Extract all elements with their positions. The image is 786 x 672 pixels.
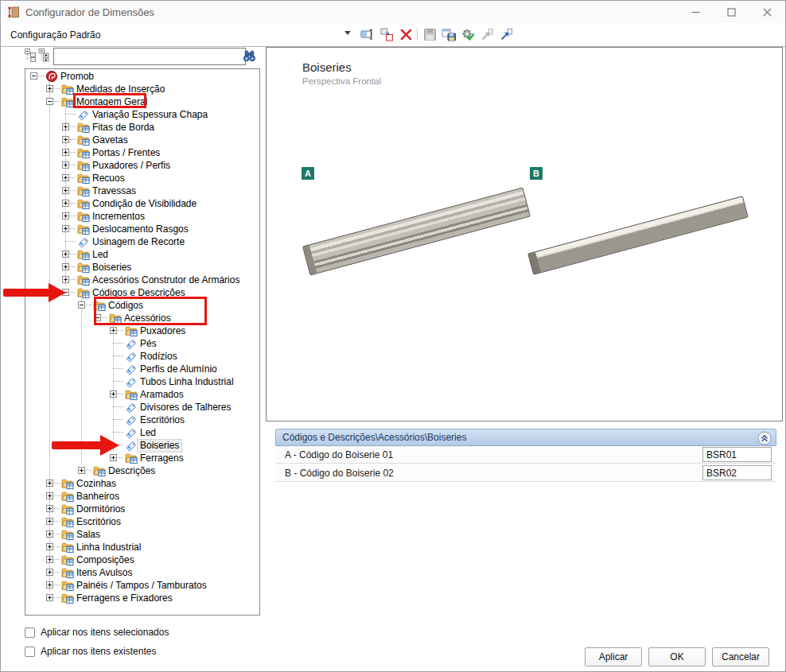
expand-toggle-icon[interactable] — [110, 327, 117, 334]
tree-item-itens-avulsos[interactable]: Itens Avulsos — [25, 566, 259, 579]
rename-config-icon[interactable] — [360, 27, 375, 42]
tree-item-deslocamento-rasgos[interactable]: Deslocamento Rasgos — [25, 223, 259, 235]
expand-toggle-icon[interactable] — [46, 543, 53, 550]
tree-item-aramados[interactable]: Aramados — [25, 388, 259, 401]
tree-item-variacao-espessura-chapa[interactable]: Variação Espessura Chapa — [25, 108, 259, 121]
apply-selected-items-option[interactable]: Aplicar nos itens selecionados — [25, 627, 169, 638]
expand-all-tree-icon[interactable] — [38, 49, 50, 62]
tree-item-tubos-linha-industrial[interactable]: Tubos Linha Industrial — [25, 375, 259, 388]
minimize-button[interactable] — [678, 1, 714, 23]
tree-item-montagem-geral[interactable]: Montagem Geral — [25, 95, 259, 108]
collapse-toggle-icon[interactable] — [30, 72, 37, 80]
export-config-icon[interactable] — [499, 27, 514, 42]
tree-item-ferragens[interactable]: Ferragens — [25, 452, 259, 464]
expand-toggle-icon[interactable] — [62, 149, 69, 156]
maximize-button[interactable] — [714, 1, 749, 23]
expand-toggle-icon[interactable] — [62, 123, 69, 130]
delete-config-icon[interactable] — [399, 27, 414, 42]
tree-item-rodizios[interactable]: Rodízios — [25, 350, 259, 363]
expand-toggle-icon[interactable] — [46, 556, 53, 563]
tree-item-recuos[interactable]: Recuos — [25, 172, 259, 185]
tree-item-portas-frentes[interactable]: Portas / Frentes — [25, 146, 259, 159]
tree-item-usinagem-de-recorte[interactable]: Usinagem de Recorte — [25, 235, 259, 248]
collapse-toggle-icon[interactable] — [46, 98, 53, 105]
close-button[interactable] — [749, 1, 785, 23]
tree-item-medidas-de-insercao[interactable]: Medidas de Inserção — [25, 83, 259, 95]
tree-item-linha-industrial[interactable]: Linha Industrial — [25, 541, 259, 554]
duplicate-config-icon[interactable] — [379, 27, 395, 42]
tree-item-banheiros[interactable]: Banheiros — [25, 490, 259, 503]
expand-toggle-icon[interactable] — [110, 390, 117, 398]
tree-item-pes[interactable]: Pés — [25, 337, 259, 350]
tree-item-codigos-e-descricoes[interactable]: Códigos e Descrições — [25, 286, 259, 299]
tree-item-codigos[interactable]: Códigos — [25, 299, 259, 312]
tree-item-led[interactable]: Led — [25, 426, 259, 439]
import-config-icon[interactable] — [480, 27, 495, 42]
cancelar-button[interactable]: Cancelar — [712, 647, 769, 666]
expand-toggle-icon[interactable] — [62, 200, 69, 207]
expand-toggle-icon[interactable] — [46, 492, 53, 499]
tree-item-acessorios[interactable]: Acessórios — [25, 312, 259, 324]
ok-button[interactable]: OK — [648, 647, 706, 666]
tree-item-gavetas[interactable]: Gavetas — [25, 134, 259, 146]
search-input[interactable] — [53, 48, 246, 65]
tree-item-led[interactable]: Led — [25, 248, 259, 261]
tree-item-acessorios-construtor-de-armarios[interactable]: Acessórios Construtor de Armários — [25, 274, 259, 286]
expand-toggle-icon[interactable] — [46, 530, 53, 538]
tree-item-salas[interactable]: Salas — [25, 528, 259, 541]
save-config-icon[interactable] — [422, 27, 438, 42]
collapse-all-tree-icon[interactable] — [25, 49, 37, 62]
collapse-toggle-icon[interactable] — [94, 314, 101, 321]
tree-item-descricoes[interactable]: Descrições — [25, 464, 259, 477]
apply-selected-items-checkbox[interactable] — [25, 627, 35, 638]
tree-item-fitas-de-borda[interactable]: Fitas de Borda — [25, 121, 259, 134]
apply-config-icon[interactable] — [461, 27, 476, 42]
tree-item-puxadores[interactable]: Puxadores — [25, 324, 259, 337]
expand-toggle-icon[interactable] — [46, 518, 53, 525]
code-value-field[interactable]: BSR02 — [702, 465, 772, 480]
tree-item-condicao-de-visibilidade[interactable]: Condição de Visibilidade — [25, 197, 259, 210]
chevron-down-icon[interactable] — [344, 31, 351, 35]
tree-item-puxadores-perfis[interactable]: Puxadores / Perfis — [25, 159, 259, 172]
expand-toggle-icon[interactable] — [46, 569, 53, 576]
expand-toggle-icon[interactable] — [62, 263, 69, 270]
collapse-toggle-icon[interactable] — [62, 289, 69, 296]
tree-item-perfis-de-aluminio[interactable]: Perfis de Alumínio — [25, 363, 259, 375]
expand-toggle-icon[interactable] — [46, 505, 53, 512]
tree-item-boiseries[interactable]: Boiseries — [25, 439, 259, 452]
tree-item-travessas[interactable]: Travessas — [25, 185, 259, 197]
expand-toggle-icon[interactable] — [62, 161, 69, 169]
save-config-as-icon[interactable] — [442, 27, 457, 42]
expand-toggle-icon[interactable] — [78, 467, 85, 474]
tree-item-escritorios[interactable]: Escritórios — [25, 515, 259, 528]
tree-item-escritorios[interactable]: Escritórios — [25, 414, 259, 426]
expand-toggle-icon[interactable] — [46, 85, 53, 92]
tree-item-cozinhas[interactable]: Cozinhas — [25, 477, 259, 490]
tree-item-composicoes[interactable]: Composições — [25, 554, 259, 566]
aplicar-button[interactable]: Aplicar — [585, 647, 642, 666]
expand-toggle-icon[interactable] — [62, 136, 69, 143]
tree-item-boiseries[interactable]: Boiseries — [25, 261, 259, 274]
expand-toggle-icon[interactable] — [62, 212, 69, 219]
apply-existing-items-checkbox[interactable] — [25, 647, 35, 657]
collapse-toggle-icon[interactable] — [78, 301, 85, 309]
tree-item-paineis-tampos-tamburatos[interactable]: Painéis / Tampos / Tamburatos — [25, 579, 259, 592]
expand-toggle-icon[interactable] — [62, 187, 69, 194]
expand-toggle-icon[interactable] — [62, 174, 69, 181]
expand-toggle-icon[interactable] — [62, 276, 69, 283]
configuration-selector[interactable]: Configuração Padrão — [10, 23, 100, 46]
tree-item-dormitorios[interactable]: Dormitórios — [25, 503, 259, 515]
tree-item-divisores-de-talheres[interactable]: Divisores de Talheres — [25, 401, 259, 414]
search-binoculars-icon[interactable] — [242, 49, 257, 64]
tree-item-incrementos[interactable]: Incrementos — [25, 210, 259, 223]
apply-existing-items-option[interactable]: Aplicar nos itens existentes — [25, 646, 156, 657]
collapse-panel-icon[interactable] — [757, 431, 772, 445]
tree-item-promob[interactable]: Promob — [25, 70, 259, 83]
expand-toggle-icon[interactable] — [110, 454, 117, 461]
codes-panel-header[interactable]: Códigos e Descrições\Acessórios\Boiserie… — [275, 429, 776, 446]
expand-toggle-icon[interactable] — [46, 581, 53, 588]
code-value-field[interactable]: BSR01 — [702, 447, 772, 462]
expand-toggle-icon[interactable] — [62, 225, 69, 232]
tree-item-ferragens-e-fixadores[interactable]: Ferragens e Fixadores — [25, 592, 259, 604]
expand-toggle-icon[interactable] — [62, 251, 69, 258]
